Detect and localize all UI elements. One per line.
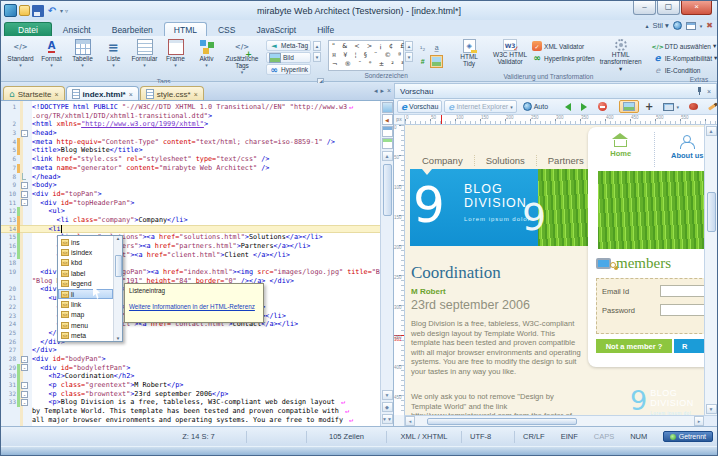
code-line-30[interactable]: 30 <h2>Coordination</h2> [1,372,380,381]
code-line-29[interactable]: 29- <div id="bodyleftPan"> [1,364,380,373]
vorschau-button[interactable]: Vorschau [397,100,442,113]
code-line-7[interactable]: 7<meta name="generator" content="mirabyt… [1,164,380,173]
edit-dropdown[interactable]: ▾ [704,100,718,113]
layout-dropdown-arrow-icon[interactable]: ▾ [700,23,703,29]
ribbon-tab-css[interactable]: CSS [208,22,245,36]
ribbon-button-tabelle[interactable]: Tabelle▾ [67,38,98,76]
close-tab-icon[interactable]: × [194,91,198,98]
autocomplete-item-ins[interactable]: <>ins [58,237,113,247]
fold-minus-icon[interactable]: - [21,199,28,206]
scroll-left-icon[interactable]: ◂ [405,416,415,426]
jump-next-icon[interactable]: ▼▼ [382,414,393,424]
ribbon-button-aktiv[interactable]: Aktiv▾ [191,38,222,76]
close-tab-icon[interactable]: × [129,91,133,98]
collapse-ribbon-button[interactable]: ▴ [645,22,648,29]
code-line-4[interactable]: 4<meta http-equiv="Content-Type" content… [1,138,380,147]
autocomplete-item-li[interactable]: <>li [58,289,113,299]
code-line-10[interactable]: 10-<div id="topPan"> [1,190,380,199]
code-line-9[interactable]: 9-<body> [1,181,380,190]
subscript-insert-icon[interactable]: a̲ [430,41,443,54]
save-button[interactable] [32,5,44,17]
autocomplete-item-link[interactable]: <>link [58,299,113,309]
fold-minus-icon[interactable]: - [21,382,28,389]
ribbon-button-formular[interactable]: Formular▾ [129,38,160,76]
inline-image-icon[interactable] [430,55,443,68]
document-tab-style-css[interactable]: style.css*× [140,86,204,100]
ribbon-button-dtd-ausw-hlen[interactable]: DTD auswählen▾ [653,41,718,51]
pin-icon[interactable] [695,87,703,95]
password-input[interactable] [660,304,704,316]
show-images-toggle[interactable] [619,100,639,113]
editor-side-icon-preview[interactable] [382,102,393,113]
autocomplete-item-menu[interactable]: <>menu [58,320,113,330]
connection-status-button[interactable]: Getrennt [663,431,713,442]
code-line-8[interactable]: 8</head> [1,173,380,182]
ribbon-tab-hilfe[interactable]: Hilfe [307,22,344,36]
code-line-14[interactable]: 14 <li [1,225,380,234]
ribbon-tab-ansicht[interactable]: Ansicht [53,22,101,36]
minimize-button[interactable]: – [633,1,656,15]
site-nav-home[interactable]: Home [588,132,654,167]
article-link-text[interactable]: http://www.templateworld.com from the fo… [411,411,572,415]
autocomplete-item-meta[interactable]: <>meta [58,331,113,341]
preview-vertical-scrollbar[interactable]: ▲ ▼ [704,125,717,415]
auto-refresh-toggle[interactable]: Auto [519,100,552,113]
code-line-32[interactable]: 32- <p class="browntext">23rd september … [1,390,380,399]
code-line-33[interactable]: 33- <p>Blog Division is a free, tableles… [1,398,380,407]
editor-side-icon-bookmarks[interactable] [382,138,393,149]
scroll-up-icon[interactable]: ▲ [706,126,717,136]
fold-column[interactable]: - [20,181,29,190]
scroll-down-icon[interactable]: ▼ [313,52,321,62]
ribbon-button-ie-kompatibilit-t[interactable]: IE-Kompatibilität▾ [653,53,718,63]
customize-qat-button[interactable]: ▿ [65,7,68,14]
register-button[interactable]: R [674,339,704,353]
fold-column[interactable]: - [20,190,29,199]
code-editor[interactable]: 1<!DOCTYPE html PUBLIC "-//W3C//DTD XHTM… [1,101,394,426]
fold-column[interactable]: - [20,129,29,138]
code-line-wrap[interactable]: all major browser environments and opera… [1,416,380,425]
fold-minus-icon[interactable]: - [21,182,28,189]
code-line-2[interactable]: 2<html xmlns="http://www.w3.org/1999/xht… [1,120,380,129]
not-a-member-button[interactable]: Not a member ? [596,339,672,353]
code-line-11[interactable]: 11- <div id="topHeaderPan"> [1,199,380,208]
code-line-31[interactable]: 31- <p class="greentext">M Robert</p> [1,381,380,390]
autocomplete-item-legend[interactable]: <>legend [58,279,113,289]
new-document-button[interactable] [19,5,30,16]
web-globe-icon[interactable] [673,21,682,30]
maximize-button[interactable]: ▢ [657,1,680,15]
fold-minus-icon[interactable]: - [21,391,28,398]
fold-column[interactable]: - [20,381,29,390]
code-line-12[interactable]: 12 <ul> [1,207,380,216]
html-tidy-button[interactable]: HTMLTidy [450,38,488,67]
autocomplete-scrollbar[interactable]: ▲▼ [113,236,122,341]
doctype-indicator[interactable]: XML / XHTML [386,431,461,443]
site-nav-company[interactable]: Company [411,155,474,166]
scroll-up-icon[interactable]: ▲ [405,41,413,51]
code-line-13[interactable]: 13 <li class="company">Company</li> [1,216,380,225]
ribbon-tab-datei[interactable]: Datei [4,22,52,36]
code-line-3[interactable]: 3-<head> [1,129,380,138]
insert-mode-indicator[interactable]: EINF [553,431,586,443]
fold-minus-icon[interactable]: - [21,191,28,198]
jump-previous-icon[interactable]: ◆ [382,402,393,412]
html-transformieren-button[interactable]: HTMLtransformieren▾ [595,38,647,72]
scroll-up-icon[interactable]: ▲ [313,41,321,51]
ribbon-button-zus-tzliche-tags[interactable]: Zusätzliche Tags▾ [222,38,262,76]
close-tab-icon[interactable]: × [55,91,59,98]
ribbon-tab-bearbeiten[interactable]: Bearbeiten [102,22,163,36]
fold-column[interactable]: - [20,199,29,208]
code-line-5[interactable]: 5<title>Blog Website</title> [1,146,380,155]
ribbon-tab-javascript[interactable]: JavaScript [246,22,306,36]
scrollbar-thumb[interactable] [707,192,716,232]
forward-button[interactable] [577,100,592,113]
ribbon-button-format[interactable]: Format▾ [36,38,67,76]
scrollbar-thumb[interactable] [427,418,577,425]
code-line-28[interactable]: 28-<div id="bodyPan"> [1,355,380,364]
zoom-button[interactable] [641,100,657,113]
autocomplete-item-label[interactable]: <>label [58,268,113,278]
encoding-indicator[interactable]: UTF-8 [461,431,506,443]
ribbon-tab-html[interactable]: HTML [164,22,207,36]
back-button[interactable] [560,100,575,113]
scroll-right-icon[interactable]: ▸ [694,416,704,426]
html-reference-link[interactable]: Weitere Informationen in der HTML-Refere… [129,303,259,310]
